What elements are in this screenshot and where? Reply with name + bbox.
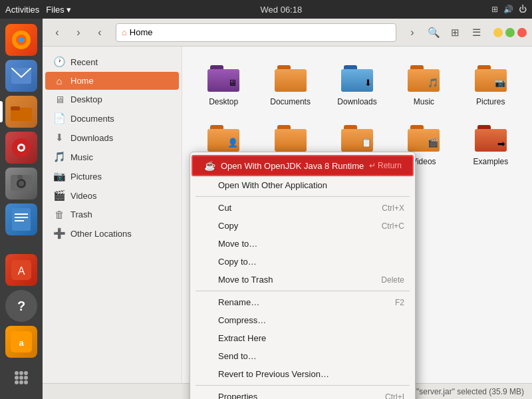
ctx-properties[interactable]: Properties Ctrl+I: [190, 388, 415, 399]
nav-trash[interactable]: 🗑 Trash: [45, 205, 179, 223]
location-bar[interactable]: ⌂ Home: [116, 23, 396, 42]
ctx-sep-2: [196, 291, 410, 291]
recent-icon: 🕐: [53, 56, 65, 68]
nav-recent[interactable]: 🕐 Recent: [45, 53, 179, 71]
ctx-open-other[interactable]: Open With Other Application: [190, 176, 415, 194]
app-store[interactable]: A: [5, 254, 37, 286]
ctx-move-to[interactable]: Move to…: [190, 235, 415, 253]
app-firefox[interactable]: [5, 24, 37, 56]
public-folder-icon: 👤: [207, 122, 239, 154]
ctx-extract-label: Extract Here: [218, 333, 266, 343]
svg-text:a: a: [19, 338, 24, 348]
nav-pictures[interactable]: 📷 Pictures: [45, 167, 179, 186]
ctx-compress-left: Compress…: [201, 315, 266, 325]
maximize-button[interactable]: [505, 28, 515, 37]
desktop-folder-icon: 🖥: [207, 63, 239, 94]
ctx-extract-left: Extract Here: [201, 333, 266, 343]
activities-button[interactable]: Activities: [5, 5, 39, 15]
svg-point-8: [19, 146, 23, 150]
nav-music[interactable]: 🎵 Music: [45, 148, 179, 166]
nav-other[interactable]: ➕ Other Locations: [45, 224, 179, 243]
other-nav-icon: ➕: [53, 227, 65, 239]
ctx-move-to-left: Move to…: [201, 239, 257, 249]
nav-recent-label: Recent: [70, 57, 98, 67]
downloads-nav-icon: ⬇: [53, 132, 65, 144]
app-camera[interactable]: [5, 168, 37, 200]
svg-point-25: [19, 376, 23, 380]
ctx-copy[interactable]: Copy Ctrl+C: [190, 217, 415, 235]
nav-desktop[interactable]: 🖥 Desktop: [45, 90, 179, 108]
desktop-nav-icon: 🖥: [53, 94, 65, 105]
documents-nav-icon: 📄: [53, 112, 65, 124]
file-desktop[interactable]: 🖥 Desktop: [193, 57, 254, 112]
view-toggle-button[interactable]: ⊞: [446, 23, 464, 42]
network-icon[interactable]: ⊞: [491, 5, 498, 14]
music-label: Music: [414, 97, 434, 106]
nav-music-label: Music: [70, 152, 93, 162]
videos-nav-icon: 🎬: [53, 190, 65, 201]
svg-rect-12: [17, 175, 23, 179]
ctx-send-to[interactable]: Send to…: [190, 347, 415, 365]
nav-downloads-label: Downloads: [70, 133, 113, 143]
ctx-rename[interactable]: Rename… F2: [190, 293, 415, 311]
search-button[interactable]: 🔍: [424, 23, 443, 42]
nav-sidebar: 🕐 Recent ⌂ Home 🖥 Desktop 📄 Documents ⬇ …: [43, 47, 182, 383]
svg-point-24: [15, 376, 19, 380]
ctx-rename-left: Rename…: [201, 297, 259, 307]
app-rhythmbox[interactable]: [5, 132, 37, 164]
file-examples[interactable]: ➡ Examples: [460, 117, 521, 172]
power-icon[interactable]: ⏻: [519, 5, 527, 14]
spacer: [5, 239, 37, 250]
forward-button[interactable]: ›: [69, 23, 88, 42]
app-help[interactable]: ?: [5, 290, 37, 322]
files-menu[interactable]: Files ▾: [46, 5, 70, 15]
svg-rect-16: [15, 220, 24, 221]
back-button[interactable]: ‹: [48, 23, 66, 42]
file-music[interactable]: 🎵 Music: [393, 57, 454, 112]
nav-documents[interactable]: 📄 Documents: [45, 109, 179, 128]
app-email[interactable]: [5, 60, 37, 92]
close-button[interactable]: [517, 28, 527, 37]
volume-icon[interactable]: 🔊: [503, 5, 513, 14]
home-nav-icon: ⌂: [53, 75, 65, 86]
nav-home[interactable]: ⌂ Home: [45, 72, 179, 90]
ctx-properties-left: Properties: [201, 392, 257, 399]
documents-folder-icon: [275, 63, 307, 94]
ctx-sep-3: [196, 385, 410, 386]
ctx-cut[interactable]: Cut Ctrl+X: [190, 199, 415, 217]
ctx-copy-to[interactable]: Copy to…: [190, 253, 415, 271]
ctx-copy-to-left: Copy to…: [201, 257, 257, 267]
files-label: Files: [46, 5, 64, 15]
ctx-open-java[interactable]: ☕ Open With OpenJDK Java 8 Runtime ↵ Ret…: [192, 155, 414, 176]
trash-nav-icon: 🗑: [53, 209, 65, 220]
pictures-label: Pictures: [476, 97, 505, 106]
next-button[interactable]: ›: [403, 23, 422, 42]
file-pictures[interactable]: 📷 Pictures: [460, 57, 521, 112]
nav-downloads[interactable]: ⬇ Downloads: [45, 128, 179, 147]
file-downloads[interactable]: ⬇ Downloads: [327, 57, 388, 112]
java-icon: ☕: [203, 160, 215, 171]
file-documents[interactable]: Documents: [259, 57, 321, 112]
app-amazon[interactable]: a: [5, 326, 37, 358]
ctx-extract[interactable]: Extract Here: [190, 329, 415, 347]
app-show-all[interactable]: [5, 362, 37, 394]
ctx-revert[interactable]: Revert to Previous Version…: [190, 365, 415, 383]
svg-point-2: [19, 37, 24, 43]
svg-point-26: [24, 376, 28, 380]
app-writer[interactable]: [5, 203, 37, 235]
downloads-label: Downloads: [337, 97, 376, 106]
nav-videos[interactable]: 🎬 Videos: [45, 186, 179, 205]
ctx-open-java-label: Open With OpenJDK Java 8 Runtime: [221, 161, 364, 171]
downloads-folder-icon: ⬇: [341, 63, 373, 94]
menu-button[interactable]: ☰: [467, 23, 485, 42]
ctx-send-to-left: Send to…: [201, 351, 257, 361]
ctx-compress[interactable]: Compress…: [190, 311, 415, 329]
minimize-button[interactable]: [493, 28, 503, 37]
ctx-sep-1: [196, 196, 410, 197]
prev-button[interactable]: ‹: [90, 23, 109, 42]
ctx-move-trash[interactable]: Move to Trash Delete: [190, 271, 415, 289]
templates-folder-icon: 📋: [341, 122, 373, 154]
ctx-rename-label: Rename…: [218, 297, 259, 307]
app-files[interactable]: [5, 96, 37, 128]
ctx-move-to-label: Move to…: [218, 239, 257, 249]
